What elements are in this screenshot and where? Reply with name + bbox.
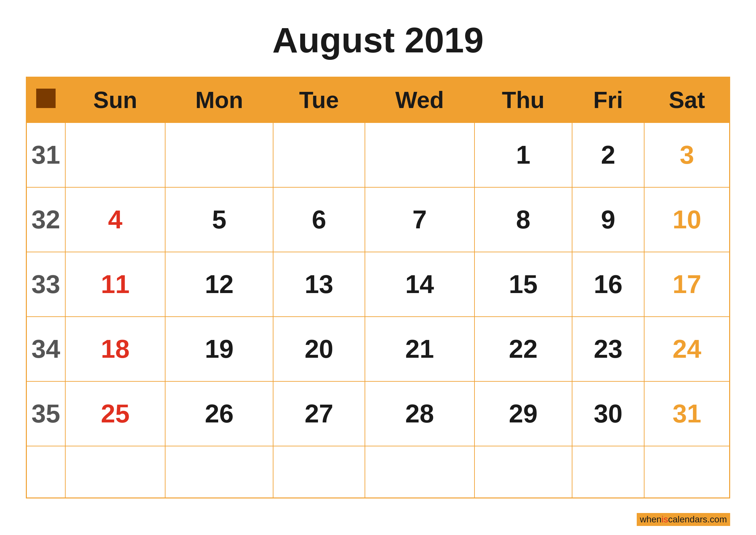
day-cell — [365, 123, 474, 187]
table-row: 3525262728293031 — [26, 381, 730, 446]
day-cell: 12 — [165, 252, 273, 317]
header-fri: Fri — [572, 77, 644, 123]
day-cell: 1 — [474, 123, 572, 187]
day-cell: 19 — [165, 317, 273, 381]
wm-is: is — [662, 514, 668, 524]
empty-cell — [165, 446, 273, 498]
day-cell: 6 — [273, 187, 365, 252]
calendar-table: Sun Mon Tue Wed Thu Fri Sat 311233245678… — [26, 77, 730, 498]
header-row: Sun Mon Tue Wed Thu Fri Sat — [26, 77, 730, 123]
day-cell: 31 — [644, 381, 730, 446]
empty-cell — [644, 446, 730, 498]
week-icon-header — [26, 77, 65, 123]
empty-cell — [26, 446, 65, 498]
day-cell: 21 — [365, 317, 474, 381]
table-row: 31123 — [26, 123, 730, 187]
empty-row — [26, 446, 730, 498]
header-wed: Wed — [365, 77, 474, 123]
empty-cell — [65, 446, 166, 498]
week-number: 33 — [26, 252, 65, 317]
header-sat: Sat — [644, 77, 730, 123]
header-sun: Sun — [65, 77, 166, 123]
day-cell — [273, 123, 365, 187]
day-cell: 28 — [365, 381, 474, 446]
table-row: 3311121314151617 — [26, 252, 730, 317]
day-cell: 14 — [365, 252, 474, 317]
day-cell: 26 — [165, 381, 273, 446]
empty-cell — [474, 446, 572, 498]
empty-cell — [365, 446, 474, 498]
day-cell: 3 — [644, 123, 730, 187]
empty-cell — [572, 446, 644, 498]
day-cell: 15 — [474, 252, 572, 317]
day-cell: 10 — [644, 187, 730, 252]
day-cell: 17 — [644, 252, 730, 317]
day-cell: 22 — [474, 317, 572, 381]
day-cell: 11 — [65, 252, 166, 317]
day-cell: 5 — [165, 187, 273, 252]
watermark-box: wheniscalendars.com — [637, 513, 730, 526]
day-cell: 7 — [365, 187, 474, 252]
header-thu: Thu — [474, 77, 572, 123]
table-row: 3245678910 — [26, 187, 730, 252]
day-cell: 4 — [65, 187, 166, 252]
day-cell: 8 — [474, 187, 572, 252]
day-cell: 13 — [273, 252, 365, 317]
day-cell: 27 — [273, 381, 365, 446]
day-cell: 30 — [572, 381, 644, 446]
week-number: 35 — [26, 381, 65, 446]
day-cell: 24 — [644, 317, 730, 381]
day-cell: 2 — [572, 123, 644, 187]
header-mon: Mon — [165, 77, 273, 123]
day-cell: 18 — [65, 317, 166, 381]
day-cell: 20 — [273, 317, 365, 381]
wm-dotcom: .com — [707, 514, 727, 524]
day-cell: 23 — [572, 317, 644, 381]
wm-when: when — [640, 514, 662, 524]
week-number: 31 — [26, 123, 65, 187]
day-cell: 9 — [572, 187, 644, 252]
watermark: wheniscalendars.com — [637, 513, 730, 526]
wm-calendars: calendars — [668, 514, 707, 524]
square-icon — [36, 89, 56, 108]
day-cell — [165, 123, 273, 187]
week-number: 32 — [26, 187, 65, 252]
day-cell: 25 — [65, 381, 166, 446]
empty-cell — [273, 446, 365, 498]
header-tue: Tue — [273, 77, 365, 123]
day-cell: 29 — [474, 381, 572, 446]
table-row: 3418192021222324 — [26, 317, 730, 381]
page-title: August 2019 — [272, 19, 483, 61]
day-cell: 16 — [572, 252, 644, 317]
week-number: 34 — [26, 317, 65, 381]
day-cell — [65, 123, 166, 187]
